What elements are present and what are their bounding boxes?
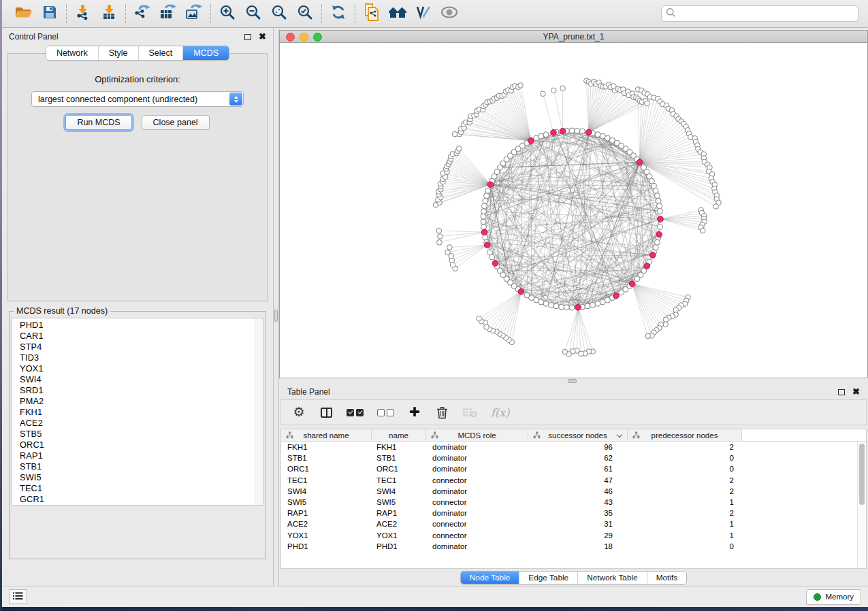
table-cell[interactable]: 18 [528, 542, 628, 550]
table-cell[interactable]: 2 [628, 509, 742, 517]
create-column-icon[interactable]: ✚ [408, 405, 421, 420]
table-row[interactable]: YOX1YOX1connector291 [281, 530, 866, 541]
sort-caret-icon[interactable] [617, 432, 622, 437]
table-cell[interactable]: 43 [528, 498, 628, 506]
mcds-result-item[interactable]: STP4 [20, 342, 253, 352]
network-canvas-svg[interactable] [280, 43, 867, 378]
mcds-result-item[interactable]: STB5 [20, 429, 253, 440]
mcds-result-item[interactable]: GCR1 [20, 494, 253, 505]
float-panel-icon[interactable] [838, 389, 845, 395]
close-panel-icon[interactable]: ✖ [852, 389, 860, 395]
table-cell[interactable]: 1 [628, 520, 742, 528]
apply-layout-button[interactable] [328, 3, 349, 24]
table-cell[interactable]: FKH1 [281, 443, 372, 451]
table-cell[interactable]: TEC1 [281, 476, 372, 484]
table-row[interactable]: RAP1RAP1dominator352 [281, 508, 866, 518]
close-window-icon[interactable] [286, 33, 295, 42]
zoom-selected-button[interactable] [295, 3, 315, 24]
save-session-button[interactable] [39, 3, 60, 24]
column-header-predecessor-nodes[interactable]: predecessor nodes [628, 429, 742, 441]
annotations-button[interactable] [413, 3, 434, 24]
houses-button[interactable] [387, 3, 408, 24]
table-cell[interactable]: RAP1 [372, 509, 426, 517]
zoom-fit-button[interactable] [269, 3, 289, 24]
table-cell[interactable]: 35 [528, 509, 628, 517]
table-cell[interactable]: 47 [528, 476, 628, 484]
mcds-result-item[interactable]: TEC1 [20, 483, 253, 494]
table-cell[interactable]: 31 [528, 520, 628, 528]
table-cell[interactable]: ACE2 [281, 520, 372, 528]
table-cell[interactable]: STB1 [372, 454, 426, 462]
table-cell[interactable]: dominator [426, 487, 528, 495]
table-cell[interactable]: dominator [426, 443, 528, 451]
memory-button[interactable]: Memory [806, 589, 861, 605]
export-image-button[interactable] [184, 3, 204, 24]
table-cell[interactable]: ORC1 [372, 465, 426, 473]
mcds-result-list[interactable]: PHD1CAR1STP4TID3YOX1SWI4SRD1PMA2FKH1ACE2… [12, 318, 263, 506]
table-row[interactable]: STB1STB1dominator620 [281, 452, 866, 463]
table-row[interactable]: ACE2ACE2connector311 [281, 518, 866, 529]
splitter-grip[interactable] [568, 379, 577, 383]
import-table-button[interactable] [99, 3, 119, 24]
table-cell[interactable]: SWI5 [372, 498, 426, 506]
table-cell[interactable]: 46 [528, 487, 628, 495]
table-tab-edge-table[interactable]: Edge Table [519, 572, 577, 584]
table-cell[interactable]: 1 [628, 531, 742, 540]
mcds-result-item[interactable]: RAP1 [20, 450, 253, 461]
mcds-result-item[interactable]: PHD1 [20, 320, 253, 331]
mcds-result-item[interactable]: SWI4 [20, 374, 253, 385]
table-cell[interactable]: 2 [628, 487, 742, 495]
open-file-button[interactable] [14, 3, 34, 24]
table-options-gear-icon[interactable]: ⚙ [292, 405, 306, 420]
list-scrollbar[interactable] [255, 318, 263, 505]
table-cell[interactable]: SWI4 [372, 487, 426, 495]
table-cell[interactable]: 1 [628, 498, 742, 506]
table-cell[interactable]: dominator [426, 509, 528, 517]
table-cell[interactable]: PHD1 [372, 542, 426, 550]
table-cell[interactable]: connector [426, 476, 528, 484]
run-mcds-button[interactable]: Run MCDS [65, 115, 131, 130]
table-cell[interactable]: FKH1 [372, 443, 426, 451]
table-row[interactable]: FKH1FKH1dominator962 [281, 442, 866, 452]
show-column-panel-icon[interactable] [319, 405, 333, 420]
close-panel-icon[interactable]: ✖ [259, 33, 266, 40]
mcds-result-item[interactable]: CAR1 [20, 331, 253, 342]
table-tab-network-table[interactable]: Network Table [577, 572, 647, 584]
birdseye-button[interactable] [439, 3, 460, 24]
table-cell[interactable]: connector [426, 520, 528, 528]
tab-mcds[interactable]: MCDS [182, 46, 229, 60]
float-panel-icon[interactable] [244, 34, 251, 40]
table-scrollbar[interactable] [857, 442, 866, 568]
table-row[interactable]: TEC1TEC1connector472 [281, 475, 866, 486]
table-cell[interactable]: 29 [528, 531, 628, 540]
global-search-field[interactable] [661, 5, 858, 22]
import-network-button[interactable] [73, 3, 93, 24]
table-tab-motifs[interactable]: Motifs [647, 572, 686, 584]
table-row[interactable]: ORC1ORC1dominator610 [281, 463, 866, 474]
tab-network[interactable]: Network [46, 46, 98, 60]
column-header-shared-name[interactable]: shared name [281, 429, 372, 441]
splitter-grip[interactable] [274, 310, 278, 322]
mcds-result-item[interactable]: PMA2 [20, 396, 253, 407]
table-cell[interactable]: SWI4 [281, 487, 372, 495]
table-cell[interactable]: PHD1 [281, 542, 372, 550]
table-cell[interactable]: ACE2 [372, 520, 426, 528]
zoom-in-button[interactable] [217, 3, 238, 24]
table-scrollbar-thumb[interactable] [859, 444, 865, 505]
search-input[interactable] [679, 8, 854, 19]
select-all-columns-icon[interactable] [347, 405, 364, 420]
vertical-splitter[interactable] [273, 28, 279, 586]
column-header-MCDS-role[interactable]: MCDS role [426, 429, 528, 441]
export-table-button[interactable] [158, 3, 178, 24]
mcds-result-item[interactable]: TID3 [20, 352, 253, 363]
table-cell[interactable]: RAP1 [281, 509, 372, 517]
mcds-result-item[interactable]: SWI5 [20, 472, 253, 483]
export-network-button[interactable] [132, 3, 152, 24]
close-panel-button[interactable]: Close panel [142, 115, 210, 130]
minimize-window-icon[interactable] [300, 33, 308, 42]
delete-columns-trash-icon[interactable] [435, 405, 449, 420]
table-cell[interactable]: dominator [426, 454, 528, 462]
table-cell[interactable]: 61 [528, 465, 628, 473]
table-cell[interactable]: 0 [628, 465, 742, 473]
table-row[interactable]: PHD1PHD1dominator180 [281, 541, 866, 552]
